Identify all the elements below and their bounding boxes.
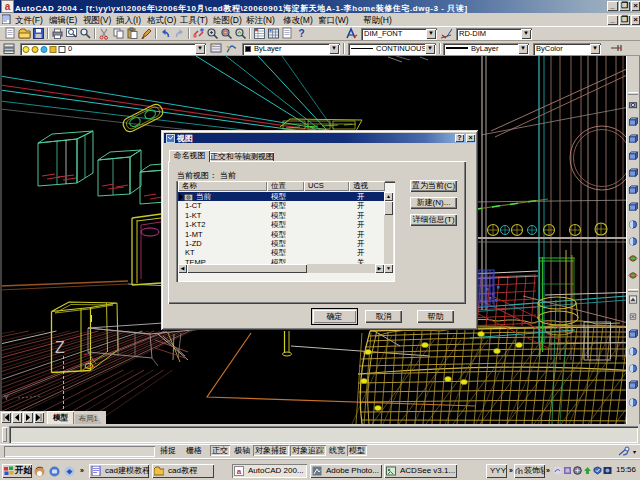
svg-text:?: ? (298, 28, 304, 39)
svg-text:Y: Y (4, 394, 9, 401)
svg-text:Z: Z (55, 339, 65, 356)
svg-text:a: a (237, 467, 242, 476)
